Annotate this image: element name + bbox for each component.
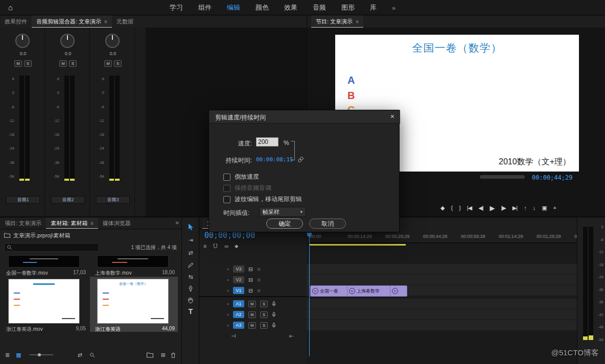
project-item-thumbnail[interactable]	[8, 255, 80, 268]
track-target-v2[interactable]: V2	[233, 276, 244, 283]
sync-lock-icon[interactable]: ⊟	[248, 266, 253, 273]
mark-in-button[interactable]: {	[451, 205, 452, 211]
reverse-speed-checkbox[interactable]: 倒放速度	[223, 173, 259, 181]
mute-button[interactable]: M	[248, 322, 256, 329]
linked-selection-icon[interactable]: ∞	[224, 243, 228, 249]
tab-audio-clip-mixer[interactable]: 音频剪辑混合器: 文章演示 ≡	[32, 15, 112, 28]
mark-out-button[interactable]: }	[459, 205, 460, 211]
track-target-v1[interactable]: V1	[233, 287, 244, 294]
menu-item-learn[interactable]: 学习	[170, 3, 183, 12]
tab-program-monitor[interactable]: 节目: 文章演示 ≡	[311, 15, 363, 28]
step-back-button[interactable]: ◀|	[478, 205, 483, 211]
duration-value[interactable]: 00:00:08;15	[256, 156, 293, 163]
razor-tool[interactable]	[188, 262, 194, 269]
timeline-clip[interactable]: fx 上海卷数学	[347, 285, 393, 297]
solo-button[interactable]: S	[69, 60, 77, 67]
menu-overflow-icon[interactable]: »	[392, 4, 395, 12]
panel-menu-icon[interactable]: ≡	[104, 19, 107, 25]
panel-menu-icon[interactable]: ≡	[90, 221, 94, 226]
mute-button[interactable]: M	[104, 60, 112, 67]
project-item-label[interactable]: 上海卷数学.mov 18,00	[95, 270, 175, 277]
project-item-label-selected[interactable]: 浙江卷英语 44,09	[95, 326, 175, 333]
add-marker-button[interactable]: ◆	[440, 205, 444, 211]
pan-knob[interactable]	[15, 34, 30, 48]
mute-button[interactable]: M	[59, 60, 67, 67]
track-lock-icon[interactable]: ◦	[227, 322, 229, 328]
tab-bin[interactable]: 素材箱: 素材箱 ≡	[46, 217, 98, 229]
ok-button[interactable]: 确定	[266, 219, 303, 229]
menu-item-audio[interactable]: 音频	[313, 3, 326, 12]
list-view-icon[interactable]: ≣	[5, 352, 10, 358]
add-marker-icon[interactable]: ◆	[235, 244, 238, 249]
icon-view-icon[interactable]: ▦	[16, 352, 21, 358]
voiceover-mic-icon[interactable]	[272, 323, 276, 328]
zoom-slider[interactable]	[30, 354, 53, 355]
close-icon[interactable]: ×	[390, 112, 394, 120]
play-button[interactable]: ▶	[490, 204, 495, 212]
project-item-thumbnail[interactable]	[8, 279, 80, 324]
solo-button[interactable]: S	[114, 60, 122, 67]
go-to-in-button[interactable]: |◀	[467, 205, 472, 211]
track-visibility-icon[interactable]: ○	[257, 277, 261, 283]
time-interpolation-dropdown[interactable]: 帧采样 ▾	[259, 207, 306, 217]
solo-button[interactable]: S	[260, 311, 268, 318]
panel-menu-icon[interactable]: ≡	[356, 19, 359, 25]
new-bin-icon[interactable]	[147, 352, 153, 358]
sync-lock-icon[interactable]: ⊟	[248, 287, 253, 294]
menu-item-libraries[interactable]: 库	[370, 3, 377, 12]
ripple-edit-tool[interactable]: ⇄	[188, 250, 193, 256]
dialog-titlebar[interactable]: 剪辑速度/持续时间 ×	[209, 110, 400, 124]
track-lock-icon[interactable]: ◦	[227, 301, 229, 307]
pan-knob[interactable]	[60, 34, 75, 48]
track-select-tool[interactable]: ⇥	[188, 237, 193, 244]
home-icon[interactable]: ⌂	[8, 0, 13, 15]
go-to-out-button[interactable]: ▶|	[513, 205, 517, 211]
menu-item-editing[interactable]: 编辑	[227, 3, 240, 12]
program-duration-timecode[interactable]: 00:00;44;29	[532, 174, 572, 181]
tab-metadata[interactable]: 元数据	[112, 15, 138, 28]
project-item-thumbnail[interactable]	[97, 255, 169, 268]
lift-button[interactable]: ↑	[524, 205, 526, 211]
new-item-icon[interactable]: ⊞	[161, 352, 166, 358]
voiceover-mic-icon[interactable]	[272, 312, 276, 318]
pen-tool[interactable]	[188, 285, 193, 292]
extract-button[interactable]: ↓	[533, 205, 536, 211]
menu-item-color[interactable]: 颜色	[255, 3, 269, 12]
tab-media-browser[interactable]: 媒体浏览器	[98, 217, 135, 229]
track-target-a2[interactable]: A2	[233, 311, 244, 318]
ripple-edit-checkbox[interactable]: 波纹编辑，移动尾部剪辑	[223, 195, 302, 204]
timeline-settings-icon[interactable]: ≡	[203, 243, 206, 249]
find-icon[interactable]	[89, 352, 95, 358]
track-lock-icon[interactable]: ◦	[227, 287, 229, 294]
hand-tool[interactable]	[188, 297, 194, 303]
track-target-v3[interactable]: V3	[233, 265, 244, 273]
track-visibility-icon[interactable]: ○	[257, 287, 261, 294]
track-visibility-icon[interactable]: ○	[257, 266, 261, 272]
breadcrumb[interactable]: 文章演示.prproj\素材箱	[13, 232, 70, 239]
timeline-clip[interactable]: fx	[390, 285, 407, 297]
project-item-thumbnail-selected[interactable]: 全国一卷（数学）	[97, 279, 169, 324]
checkbox-icon[interactable]	[223, 196, 230, 203]
track-lock-icon[interactable]: ◦	[227, 311, 229, 318]
project-item-label[interactable]: 浙江卷英语.mov 9,05	[6, 326, 86, 333]
project-item-label[interactable]: 全国一卷数学.mov 17,03	[6, 270, 86, 277]
voiceover-mic-icon[interactable]	[272, 301, 276, 307]
go-to-start-icon[interactable]: ⇤	[289, 333, 294, 339]
track-lock-icon[interactable]: ◦	[227, 277, 229, 283]
playhead-line[interactable]	[309, 236, 310, 356]
cancel-button[interactable]: 取消	[309, 219, 346, 229]
pan-knob[interactable]	[105, 34, 120, 48]
program-zoom-scrollbar[interactable]	[480, 175, 525, 179]
track-target-a1[interactable]: A1	[233, 300, 244, 307]
timeline-clip[interactable]: fx 全国一卷	[310, 285, 350, 297]
mute-button[interactable]: M	[14, 60, 22, 67]
mute-button[interactable]: M	[248, 301, 256, 307]
button-editor-button[interactable]: +	[553, 205, 556, 211]
menu-item-graphics[interactable]: 图形	[341, 3, 355, 12]
tab-project[interactable]: 项目: 文章演示	[0, 217, 46, 229]
link-icon[interactable]	[297, 156, 304, 163]
work-area-bar[interactable]	[310, 244, 406, 246]
master-track-icon[interactable]: ⊣	[231, 333, 236, 339]
tab-effect-controls[interactable]: 效果控件	[0, 15, 32, 28]
menu-item-effects[interactable]: 效果	[284, 3, 297, 12]
